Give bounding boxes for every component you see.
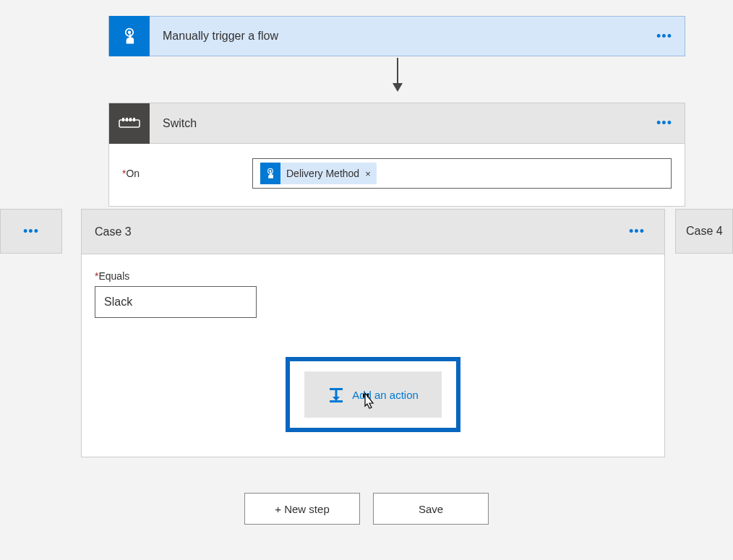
token-remove-icon[interactable]: × bbox=[365, 168, 371, 179]
trigger-card[interactable]: Manually trigger a flow ••• bbox=[108, 16, 685, 56]
svg-point-1 bbox=[128, 31, 131, 34]
svg-rect-3 bbox=[122, 118, 124, 121]
switch-menu-button[interactable]: ••• bbox=[650, 109, 679, 138]
flow-arrow-icon bbox=[397, 58, 398, 90]
add-action-container: Add an action bbox=[95, 357, 651, 432]
previous-case-card[interactable]: ••• bbox=[0, 209, 62, 254]
previous-case-menu-button[interactable]: ••• bbox=[17, 217, 46, 246]
footer-buttons: + New step Save bbox=[0, 493, 733, 525]
case-menu-button[interactable]: ••• bbox=[622, 217, 651, 246]
switch-title: Switch bbox=[150, 117, 650, 130]
switch-header[interactable]: Switch ••• bbox=[109, 103, 685, 144]
trigger-icon bbox=[109, 16, 150, 56]
token-label: Delivery Method bbox=[286, 168, 359, 179]
next-case-title: Case 4 bbox=[686, 225, 723, 238]
switch-on-input[interactable]: Delivery Method × bbox=[252, 158, 672, 189]
touch-icon bbox=[119, 26, 140, 46]
add-action-button[interactable]: Add an action bbox=[304, 371, 442, 418]
new-step-button[interactable]: + New step bbox=[244, 493, 360, 525]
add-action-icon bbox=[327, 386, 345, 403]
svg-rect-6 bbox=[133, 118, 135, 121]
switch-body: *On Delivery Method × bbox=[109, 144, 685, 206]
case-body: *Equals Add an action bbox=[82, 254, 664, 457]
trigger-menu-button[interactable]: ••• bbox=[650, 22, 679, 51]
next-case-card[interactable]: Case 4 bbox=[675, 209, 733, 254]
switch-card: Switch ••• *On Delivery Method × bbox=[108, 103, 685, 207]
highlight-annotation: Add an action bbox=[286, 357, 460, 432]
touch-icon bbox=[260, 163, 280, 184]
save-button[interactable]: Save bbox=[373, 493, 489, 525]
svg-rect-4 bbox=[126, 118, 128, 121]
equals-label-text: Equals bbox=[98, 270, 129, 282]
svg-point-8 bbox=[270, 170, 272, 172]
case-card: Case 3 ••• *Equals Add an action bbox=[81, 209, 665, 457]
case-header[interactable]: Case 3 ••• bbox=[82, 210, 664, 254]
equals-label: *Equals bbox=[95, 270, 651, 282]
switch-icon bbox=[109, 103, 150, 144]
new-step-label: + New step bbox=[275, 503, 329, 515]
add-action-label: Add an action bbox=[352, 389, 419, 401]
trigger-title: Manually trigger a flow bbox=[150, 30, 650, 43]
token-delivery-method[interactable]: Delivery Method × bbox=[260, 163, 377, 184]
equals-input[interactable] bbox=[95, 286, 257, 318]
switch-dip-icon bbox=[119, 117, 140, 130]
save-label: Save bbox=[419, 503, 443, 515]
on-label-text: On bbox=[126, 168, 140, 179]
svg-rect-9 bbox=[330, 388, 343, 390]
svg-rect-5 bbox=[129, 118, 132, 121]
svg-rect-12 bbox=[330, 400, 343, 402]
case-title: Case 3 bbox=[95, 225, 622, 238]
switch-on-label: *On bbox=[122, 168, 252, 179]
